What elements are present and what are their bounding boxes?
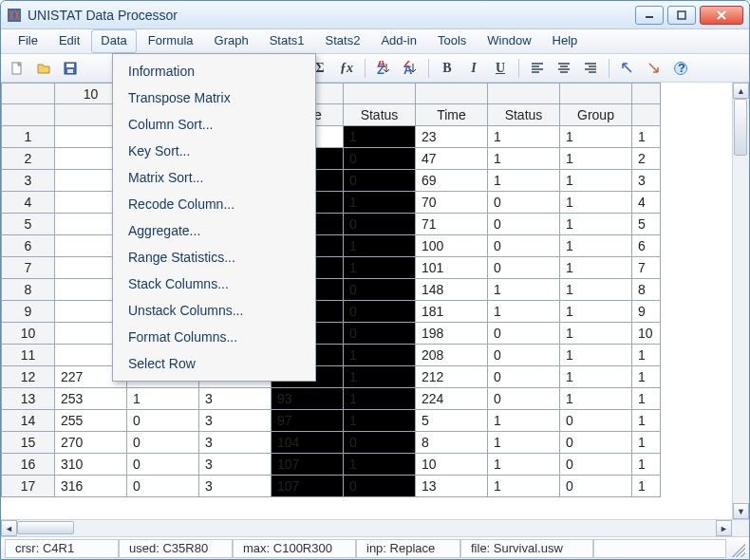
menu-item-unstack-columns[interactable]: Unstack Columns... xyxy=(115,297,313,324)
row-header[interactable]: 14 xyxy=(2,410,55,432)
cell[interactable]: 1 xyxy=(632,126,661,148)
cell[interactable]: 3 xyxy=(199,432,272,454)
cell[interactable]: 13 xyxy=(416,476,488,497)
row-header[interactable]: 10 xyxy=(2,323,55,345)
cell[interactable]: 316 xyxy=(55,476,127,497)
cell[interactable]: 1 xyxy=(632,366,661,388)
cell[interactable]: 1 xyxy=(632,388,661,410)
cell[interactable]: 1 xyxy=(632,345,661,366)
cell[interactable]: 0 xyxy=(344,476,416,497)
cell[interactable]: 181 xyxy=(416,301,488,323)
menu-item-range-statistics[interactable]: Range Statistics... xyxy=(115,244,313,271)
cell[interactable]: 0 xyxy=(488,323,560,345)
italic-button[interactable]: I xyxy=(463,58,484,79)
cell[interactable]: 1 xyxy=(344,192,416,214)
menu-tools[interactable]: Tools xyxy=(428,29,476,53)
menu-stats1[interactable]: Stats1 xyxy=(260,29,314,53)
cell[interactable]: 0 xyxy=(127,454,199,476)
cell[interactable]: 3 xyxy=(632,170,661,192)
col-number[interactable] xyxy=(560,84,632,104)
close-button[interactable] xyxy=(700,6,743,25)
cell[interactable]: 0 xyxy=(560,432,632,454)
resize-grip[interactable] xyxy=(728,540,745,557)
horizontal-scrollbar[interactable]: ◄ ► xyxy=(1,519,749,536)
row-header[interactable]: 2 xyxy=(2,148,55,170)
underline-button[interactable]: U xyxy=(490,58,511,79)
cell[interactable]: 310 xyxy=(55,454,127,476)
cell[interactable]: 198 xyxy=(416,323,488,345)
scroll-right-arrow[interactable]: ► xyxy=(716,520,732,536)
cell[interactable]: 0 xyxy=(560,454,632,476)
save-button[interactable] xyxy=(60,58,81,79)
cell[interactable]: 69 xyxy=(416,170,488,192)
cell[interactable]: 0 xyxy=(127,410,199,432)
cell[interactable]: 3 xyxy=(199,454,272,476)
align-left-button[interactable] xyxy=(527,58,548,79)
open-button[interactable] xyxy=(33,58,54,79)
cell[interactable]: 71 xyxy=(416,214,488,235)
cell[interactable]: 9 xyxy=(632,301,661,323)
cell[interactable]: 1 xyxy=(560,366,632,388)
new-button[interactable] xyxy=(7,58,28,79)
cell[interactable]: 100 xyxy=(416,235,488,257)
menu-item-column-sort[interactable]: Column Sort... xyxy=(115,111,313,138)
row-header[interactable]: 8 xyxy=(2,279,55,301)
rowhdr-blank[interactable] xyxy=(2,104,55,126)
cell[interactable]: 0 xyxy=(488,235,560,257)
menu-item-select-row[interactable]: Select Row xyxy=(115,350,313,377)
menu-stats2[interactable]: Stats2 xyxy=(316,29,370,53)
cell[interactable]: 1 xyxy=(488,170,560,192)
corner-cell[interactable] xyxy=(2,84,55,104)
row-header[interactable]: 3 xyxy=(2,170,55,192)
minimize-button[interactable] xyxy=(635,6,664,25)
cell[interactable]: 1 xyxy=(344,454,416,476)
col-header[interactable]: Status xyxy=(488,104,560,126)
row-header[interactable]: 17 xyxy=(2,476,55,497)
row-header[interactable]: 15 xyxy=(2,432,55,454)
menu-data[interactable]: Data xyxy=(91,29,136,53)
menu-formula[interactable]: Formula xyxy=(139,29,203,53)
col-header[interactable] xyxy=(632,104,661,126)
cell[interactable]: 1 xyxy=(560,388,632,410)
row-header[interactable]: 11 xyxy=(2,345,55,366)
cell[interactable]: 47 xyxy=(416,148,488,170)
cell[interactable]: 5 xyxy=(632,214,661,235)
cell[interactable]: 1 xyxy=(560,257,632,279)
cell[interactable]: 1 xyxy=(488,432,560,454)
row-header[interactable]: 4 xyxy=(2,192,55,214)
row-header[interactable]: 13 xyxy=(2,388,55,410)
cell[interactable]: 0 xyxy=(344,323,416,345)
cell[interactable]: 1 xyxy=(488,279,560,301)
cell[interactable]: 6 xyxy=(632,235,661,257)
cell[interactable]: 0 xyxy=(488,192,560,214)
cell[interactable]: 1 xyxy=(560,279,632,301)
cell[interactable]: 0 xyxy=(488,214,560,235)
cell[interactable]: 0 xyxy=(488,388,560,410)
sort-desc-button[interactable]: ZA xyxy=(400,58,421,79)
cell[interactable]: 97 xyxy=(272,410,344,432)
cell[interactable]: 0 xyxy=(560,410,632,432)
cell[interactable]: 3 xyxy=(199,388,272,410)
scroll-down-arrow[interactable]: ▼ xyxy=(733,503,749,519)
cell[interactable]: 270 xyxy=(55,432,127,454)
cell[interactable]: 1 xyxy=(632,410,661,432)
cell[interactable]: 1 xyxy=(344,235,416,257)
align-right-button[interactable] xyxy=(580,58,601,79)
cell[interactable]: 1 xyxy=(632,432,661,454)
hscroll-thumb[interactable] xyxy=(17,521,74,534)
menu-edit[interactable]: Edit xyxy=(49,29,89,53)
cell[interactable]: 1 xyxy=(560,345,632,366)
cell[interactable]: 0 xyxy=(488,345,560,366)
cell[interactable]: 0 xyxy=(344,432,416,454)
row-header[interactable]: 9 xyxy=(2,301,55,323)
cell[interactable]: 107 xyxy=(272,454,344,476)
cell[interactable]: 1 xyxy=(560,323,632,345)
cell[interactable]: 1 xyxy=(344,345,416,366)
row-header[interactable]: 1 xyxy=(2,126,55,148)
cell[interactable]: 1 xyxy=(632,454,661,476)
menu-add-in[interactable]: Add-in xyxy=(371,29,426,53)
cell[interactable]: 148 xyxy=(416,279,488,301)
menu-item-transpose-matrix[interactable]: Transpose Matrix xyxy=(115,84,313,111)
cell[interactable]: 8 xyxy=(416,432,488,454)
data-grid[interactable]: 10TimeStatusTimeStatusGroup1101231112130… xyxy=(1,83,661,497)
